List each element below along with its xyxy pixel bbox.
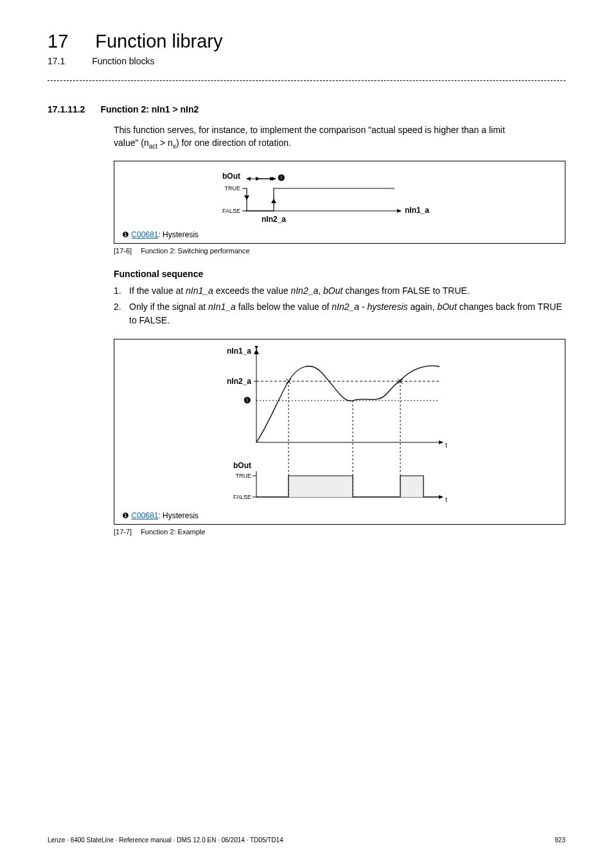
figure-2-svg: t nIn1_a nIn2_a ❶ xyxy=(186,346,494,510)
fig1-nin2a-label: nIn2_a xyxy=(261,215,285,224)
fig2-t1: t xyxy=(445,442,447,449)
subsection-title: Function 2: nIn1 > nIn2 xyxy=(100,104,199,114)
svg-marker-6 xyxy=(244,195,249,200)
fig2-nin2a-label: nIn2_a xyxy=(226,377,251,386)
figure-1-caption-text: Function 2: Switching performance xyxy=(141,247,249,255)
intro-line2-pre: value" (n xyxy=(114,138,149,148)
fig2-legend-link[interactable]: C00681 xyxy=(131,511,158,520)
item2-b: nIn1_a xyxy=(208,302,236,312)
figure-1-caption-num: [17-6] xyxy=(114,247,132,255)
item1-f: bOut xyxy=(323,285,342,296)
chapter-title: Function library xyxy=(95,31,222,52)
section-title: Function blocks xyxy=(92,56,154,66)
footer-page-number: 923 xyxy=(555,836,565,844)
fig2-false-label: FALSE xyxy=(233,494,251,500)
item1-e: , xyxy=(318,285,323,296)
chapter-number: 17 xyxy=(48,31,68,52)
section-number: 17.1 xyxy=(48,56,65,66)
fig2-legend-symbol: ❶ xyxy=(122,511,129,520)
item2-a: Only if the signal at xyxy=(129,302,208,312)
fig1-true-label: TRUE xyxy=(224,185,240,192)
fig1-nin1a-label: nIn1_a xyxy=(405,206,429,215)
fig2-nin1a-label: nIn1_a xyxy=(226,347,251,356)
fig1-legend-link[interactable]: C00681 xyxy=(131,230,158,239)
functional-sequence-list: 1. If the value at nIn1_a exceeds the va… xyxy=(114,284,565,327)
list-item: 1. If the value at nIn1_a exceeds the va… xyxy=(114,284,565,298)
item1-a: If the value at xyxy=(129,285,186,296)
item1-d: nIn2_a xyxy=(290,285,318,296)
item1-g: changes from FALSE to TRUE. xyxy=(342,285,469,296)
svg-rect-26 xyxy=(400,476,423,497)
item2-num: 2. xyxy=(114,300,124,327)
svg-rect-25 xyxy=(289,476,353,497)
intro-line2-post: ) for one direction of rotation. xyxy=(176,138,291,148)
fig2-one-label: ❶ xyxy=(244,395,251,405)
fig2-true-label: TRUE xyxy=(235,473,251,479)
figure-1-svg: ❶ bOut TRUE FALSE xyxy=(202,168,478,229)
figure-2-caption-text: Function 2: Example xyxy=(141,528,205,536)
figure-2-caption-num: [17-7] xyxy=(114,528,132,536)
item2-d: nIn2_a - hysteresis xyxy=(332,302,407,312)
intro-paragraph: This function serves, for instance, to i… xyxy=(114,123,565,152)
item2-c: falls below the value of xyxy=(236,302,332,312)
item2-f: bOut xyxy=(437,302,456,312)
figure-2-frame: t nIn1_a nIn2_a ❶ xyxy=(114,339,565,525)
fig1-legend-symbol: ❶ xyxy=(122,230,129,239)
svg-marker-9 xyxy=(254,349,259,354)
fig1-legend-text: : Hysteresis xyxy=(158,230,199,239)
figure-2-legend: ❶ C00681: Hysteresis xyxy=(122,511,557,520)
intro-line2-mid: > n xyxy=(157,138,173,148)
list-item: 2. Only if the signal at nIn1_a falls be… xyxy=(114,300,565,327)
divider xyxy=(48,80,565,81)
intro-line1: This function serves, for instance, to i… xyxy=(114,125,505,135)
item2-e: again, xyxy=(408,302,438,312)
footer-left: Lenze · 8400 StateLine · Reference manua… xyxy=(48,836,283,844)
fig1-false-label: FALSE xyxy=(222,208,240,214)
fig2-legend-text: : Hysteresis xyxy=(158,511,199,520)
item1-c: exceeds the value xyxy=(213,285,291,296)
fig2-bout-label: bOut xyxy=(233,461,251,470)
item1-b: nIn1_a xyxy=(186,285,213,296)
fig2-t2: t xyxy=(445,496,447,503)
subsection-number: 17.1.11.2 xyxy=(48,104,85,114)
fig1-circ-icon: ❶ xyxy=(278,173,285,183)
fig1-bout-label: bOut xyxy=(222,172,240,181)
svg-marker-5 xyxy=(271,199,276,203)
figure-1-frame: ❶ bOut TRUE FALSE xyxy=(114,161,565,244)
intro-sub1: act xyxy=(149,143,157,150)
item1-num: 1. xyxy=(114,284,124,298)
functional-sequence-heading: Functional sequence xyxy=(114,269,565,279)
figure-1-legend: ❶ C00681: Hysteresis xyxy=(122,230,557,239)
